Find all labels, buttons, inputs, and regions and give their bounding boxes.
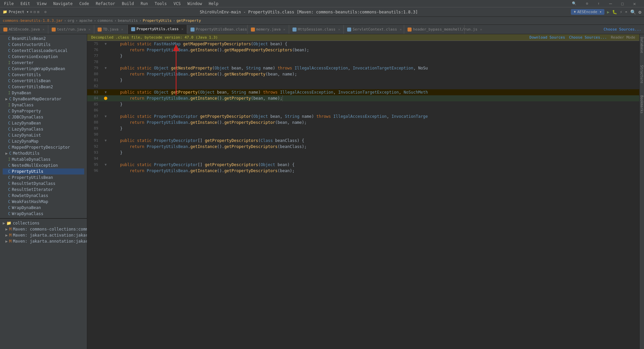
menu-view[interactable]: View <box>36 1 48 7</box>
tree-item-dyna-class[interactable]: I DynaClass <box>3 102 84 108</box>
collapse-83[interactable]: ▼ <box>105 89 107 95</box>
tree-item-property-utils[interactable]: C PropertyUtils <box>3 168 84 174</box>
choose-sources-btn[interactable]: Choose Sources... <box>569 35 607 40</box>
tree-item-row-set-dyna[interactable]: C RowSetDynaClass <box>3 193 84 199</box>
settings-icon[interactable]: ⚙ <box>585 1 590 6</box>
update-icon[interactable]: ↑ <box>596 1 601 6</box>
menu-code[interactable]: Code <box>78 1 91 7</box>
tab-test-run[interactable]: test/run.java ✕ <box>48 25 94 34</box>
download-sources-link[interactable]: Download Sources <box>530 35 565 40</box>
tree-item-context-classloader[interactable]: C ContextClassLoaderLocal <box>3 48 84 54</box>
tab-close-8[interactable]: ✕ <box>400 28 402 31</box>
menu-build[interactable]: Build <box>120 1 135 7</box>
toolbar-settings[interactable]: ⚙ <box>639 9 641 15</box>
breadcrumb-propertyutils[interactable]: PropertyUtils <box>143 18 172 23</box>
vcs-widget[interactable]: ♦AESEncode ▾ <box>571 9 604 15</box>
code-editor[interactable]: 75 ▼ public static FastHashMap getMapped… <box>87 41 639 349</box>
collapse-95[interactable]: ▼ <box>105 162 107 168</box>
tree-item-mutable-dyna[interactable]: I MutableDynaClass <box>3 156 84 162</box>
search-everywhere-icon[interactable]: 🔍 <box>571 1 578 6</box>
menu-vcs[interactable]: VCS <box>172 1 182 7</box>
tab-memery[interactable]: memery.java ✕ <box>248 25 289 34</box>
tree-item-wrap-dyna-bean[interactable]: C WrapDynaBean <box>3 205 84 211</box>
tree-item-beanutils-bean2[interactable]: C BeanUtilsBean2 <box>3 36 84 42</box>
breadcrumb-getproperty[interactable]: getProperty <box>176 18 201 23</box>
tree-item-dyna-bean-map[interactable]: ▶ C DynaBeanMapDecorator <box>3 96 84 102</box>
tree-item-nested-null[interactable]: C NestedNullException <box>3 162 84 168</box>
tree-item-result-set-dyna[interactable]: C ResultSetDynaClass <box>3 181 84 187</box>
tree-item-converter[interactable]: I Converter <box>3 60 84 66</box>
tree-item-convert-utils-bean2[interactable]: C ConvertUtilsBean2 <box>3 84 84 90</box>
window-close[interactable]: ✕ <box>632 0 637 7</box>
tree-item-jdbc-dyna[interactable]: C JDBCDynaClass <box>3 114 84 120</box>
menu-window[interactable]: Window <box>186 1 203 7</box>
tree-item-constructor-utils[interactable]: C ConstructorUtils <box>3 42 84 48</box>
tree-item-convert-utils[interactable]: C ConvertUtils <box>3 72 84 78</box>
tab-close-6[interactable]: ✕ <box>283 28 285 31</box>
tree-item-wrap-dyna-class[interactable]: C WrapDynaClass <box>3 211 84 217</box>
tree-item-dyna-property[interactable]: C DynaProperty <box>3 108 84 114</box>
profile-icon[interactable]: ⚡ <box>620 10 622 14</box>
breadcrumb-org[interactable]: org <box>67 18 74 23</box>
tree-item-dyna-bean[interactable]: I DynaBean <box>3 90 84 96</box>
tree-item-collections[interactable]: ▶ 📁 collections <box>3 220 84 226</box>
database-strip[interactable]: Database <box>639 36 644 54</box>
collapse-87[interactable]: ▼ <box>105 113 107 119</box>
toolbar-icon-2[interactable]: ⊟ <box>34 10 36 14</box>
menu-edit[interactable]: Edit <box>19 1 32 7</box>
tree-item-mapped-prop-desc[interactable]: C MappedPropertyDescriptor <box>3 144 84 150</box>
debug-icon[interactable]: 🐛 <box>612 10 617 14</box>
breadcrumb-commons[interactable]: commons <box>97 18 113 23</box>
choose-sources-link[interactable]: Choose Sources... <box>601 25 644 34</box>
toolbar-icon-1[interactable]: ≡ <box>30 10 33 14</box>
window-maximize[interactable]: □ <box>620 1 625 7</box>
tab-close-7[interactable]: ✕ <box>338 28 340 31</box>
reader-mode-btn[interactable]: Reader Mode <box>611 35 635 40</box>
tab-property-utils-bean[interactable]: PropertyUtilsBean.class ✕ <box>187 25 248 34</box>
run-icon[interactable]: ▶ <box>607 10 609 14</box>
collapse-75[interactable]: ▼ <box>105 41 107 47</box>
menu-file[interactable]: File <box>3 1 15 7</box>
tree-item-result-set-iter[interactable]: C ResultSetIterator <box>3 187 84 193</box>
menu-tools[interactable]: Tools <box>153 1 168 7</box>
menu-help[interactable]: Help <box>207 1 220 7</box>
bookmarks-strip[interactable]: Bookmarks <box>639 94 644 115</box>
tree-item-convert-utils-bean[interactable]: C ConvertUtilsBean <box>3 78 84 84</box>
window-minimize[interactable]: ─ <box>608 0 613 7</box>
toolbar-icon-4[interactable]: ⚙ <box>44 10 47 14</box>
tree-item-lazy-dyna-list[interactable]: C LazyDynaList <box>3 132 84 138</box>
structure-strip[interactable]: Structure <box>639 64 644 85</box>
tab-aes-encode[interactable]: AESEncode.java ✕ <box>0 25 48 34</box>
tree-item-lazy-dyna-class[interactable]: C LazyDynaClass <box>3 126 84 132</box>
tree-item-lazy-dyna-map[interactable]: C LazyDynaMap <box>3 138 84 144</box>
collapse-91[interactable]: ▼ <box>105 138 107 144</box>
toolbar-icon-3[interactable]: ⊞ <box>37 10 40 14</box>
tab-property-utils[interactable]: PropertyUtils.class ✕ <box>128 25 187 34</box>
tab-http-session[interactable]: HttpSession.class ✕ <box>289 25 344 34</box>
tab-servlet-context[interactable]: ServletContext.class ✕ <box>344 25 404 34</box>
tree-item-method-utils[interactable]: ▶ C MethodUtils <box>3 150 84 156</box>
tab-header-bypass[interactable]: header_bypass_memshell/run.js ✕ <box>404 25 465 34</box>
menu-run[interactable]: Run <box>139 1 149 7</box>
coverage-icon[interactable]: ☂ <box>625 10 627 14</box>
menu-navigate[interactable]: Navigate <box>52 1 74 7</box>
tree-item-maven-annotation[interactable]: ▶ M Maven: jakarta.annotation:jakarta.an… <box>3 238 84 244</box>
project-label[interactable]: Project ▾ <box>9 10 29 14</box>
breadcrumb-jar[interactable]: commons-beanutils-1.8.3.jar <box>3 18 63 23</box>
tree-item-lazy-dyna-bean[interactable]: C LazyDynaBean <box>3 120 84 126</box>
toolbar-search[interactable]: 🔍 <box>630 9 636 15</box>
tab-close-9[interactable]: ✕ <box>480 28 482 31</box>
collapse-79[interactable]: ▼ <box>105 65 107 71</box>
breadcrumb-beanutils[interactable]: beanutils <box>118 18 138 23</box>
tree-item-conversion-exception[interactable]: C ConversionException <box>3 54 84 60</box>
menu-refactor[interactable]: Refactor <box>94 1 116 7</box>
tab-close-2[interactable]: ✕ <box>89 28 91 31</box>
tab-close-3[interactable]: ✕ <box>121 28 123 31</box>
tree-item-converting-wrap[interactable]: C ConvertingWrapDynaBean <box>3 66 84 72</box>
tab-close[interactable]: ✕ <box>43 28 45 31</box>
tree-item-maven-collections[interactable]: ▶ M Maven: commons-collections:commons-c… <box>3 226 84 232</box>
tab-td[interactable]: TD.java ✕ <box>94 25 128 34</box>
tree-item-property-utils-bean[interactable]: C PropertyUtilsBean <box>3 174 84 181</box>
breadcrumb-apache[interactable]: apache <box>79 18 93 23</box>
tab-close-4[interactable]: ✕ <box>181 27 183 31</box>
